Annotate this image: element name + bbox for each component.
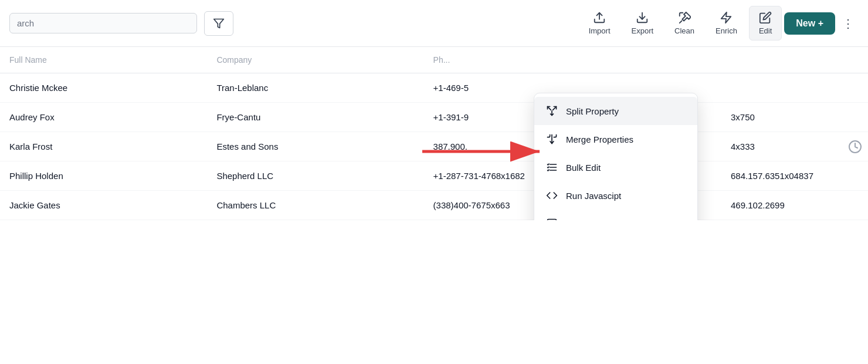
cell-company: Tran-Leblanc: [207, 73, 423, 103]
history-icon[interactable]: [842, 134, 868, 162]
table-header-row: Full Name Company Ph...: [0, 47, 868, 73]
cell-full-name: Phillip Holden: [0, 161, 207, 191]
clean-icon: [678, 11, 691, 24]
cell-extra: 469.102.2699: [721, 191, 868, 220]
cell-full-name: Karla Frost: [0, 132, 207, 161]
dropdown-item-merge-properties[interactable]: Merge Properties: [534, 125, 697, 153]
data-table: Full Name Company Ph... Christie MckeeTr…: [0, 47, 868, 220]
new-label: New +: [796, 18, 823, 29]
filter-icon: [213, 18, 225, 29]
table-row: Phillip HoldenShepherd LLC+1-287-731-476…: [0, 161, 868, 191]
svg-marker-2: [721, 12, 731, 23]
dropdown-item-ask-more[interactable]: Ask for more: [534, 210, 697, 220]
chat-icon: [546, 218, 558, 220]
dropdown-item-run-javascript[interactable]: Run Javascipt: [534, 181, 697, 210]
filter-button[interactable]: [204, 11, 233, 36]
export-icon: [636, 11, 649, 24]
edit-button[interactable]: Edit: [749, 6, 782, 41]
svg-rect-8: [548, 220, 557, 221]
split-icon: [546, 105, 558, 117]
clean-button[interactable]: Clean: [665, 6, 704, 40]
cell-extra: 3x750: [721, 103, 868, 132]
col-phone: Ph...: [424, 47, 721, 73]
edit-dropdown-menu: Split PropertyMerge PropertiesBulk EditR…: [534, 93, 698, 220]
export-label: Export: [632, 26, 654, 35]
edit-icon: [759, 11, 772, 24]
table-row: Jackie GatesChambers LLC(338)400-7675x66…: [0, 191, 868, 220]
data-table-container: Full Name Company Ph... Christie MckeeTr…: [0, 47, 868, 220]
cell-full-name: Christie Mckee: [0, 73, 207, 103]
code-icon: [546, 190, 558, 201]
toolbar: Import Export Clean: [0, 0, 868, 47]
svg-marker-0: [214, 19, 224, 28]
cell-extra: [721, 73, 868, 103]
table-row: Karla FrostEstes and Sons387.900.4x333: [0, 132, 868, 161]
cell-company: Shepherd LLC: [207, 161, 423, 191]
bulk-edit-icon: [546, 161, 558, 173]
table-row: Christie MckeeTran-Leblanc+1-469-5: [0, 73, 868, 103]
cell-company: Chambers LLC: [207, 191, 423, 220]
cell-company: Estes and Sons: [207, 132, 423, 161]
import-button[interactable]: Import: [579, 6, 620, 40]
dropdown-item-label-merge-properties: Merge Properties: [566, 134, 633, 144]
export-button[interactable]: Export: [622, 6, 663, 40]
cell-full-name: Jackie Gates: [0, 191, 207, 220]
enrich-button[interactable]: Enrich: [706, 6, 747, 40]
col-extra: [721, 47, 868, 73]
col-company: Company: [207, 47, 423, 73]
edit-label: Edit: [759, 26, 772, 35]
dropdown-item-label-bulk-edit: Bulk Edit: [566, 163, 601, 173]
more-icon: ⋮: [842, 16, 854, 31]
merge-icon: [546, 133, 558, 145]
more-button[interactable]: ⋮: [838, 13, 859, 34]
search-input[interactable]: [17, 18, 189, 28]
dropdown-item-label-ask-more: Ask for more: [566, 219, 616, 221]
import-icon: [593, 11, 606, 24]
enrich-label: Enrich: [716, 26, 737, 35]
clean-label: Clean: [674, 26, 694, 35]
dropdown-item-label-run-javascript: Run Javascipt: [566, 191, 621, 201]
cell-extra: 684.157.6351x04837: [721, 161, 868, 191]
table-row: Audrey FoxFrye-Cantu+1-391-93x750: [0, 103, 868, 132]
dropdown-item-label-split-property: Split Property: [566, 106, 619, 116]
toolbar-actions: Import Export Clean: [579, 6, 859, 41]
enrich-icon: [720, 11, 733, 24]
new-button[interactable]: New +: [784, 12, 835, 35]
cell-company: Frye-Cantu: [207, 103, 423, 132]
dropdown-item-bulk-edit[interactable]: Bulk Edit: [534, 153, 697, 181]
col-full-name: Full Name: [0, 47, 207, 73]
dropdown-item-split-property[interactable]: Split Property: [534, 97, 697, 125]
search-wrapper: [9, 13, 197, 33]
import-label: Import: [589, 26, 611, 35]
cell-full-name: Audrey Fox: [0, 103, 207, 132]
